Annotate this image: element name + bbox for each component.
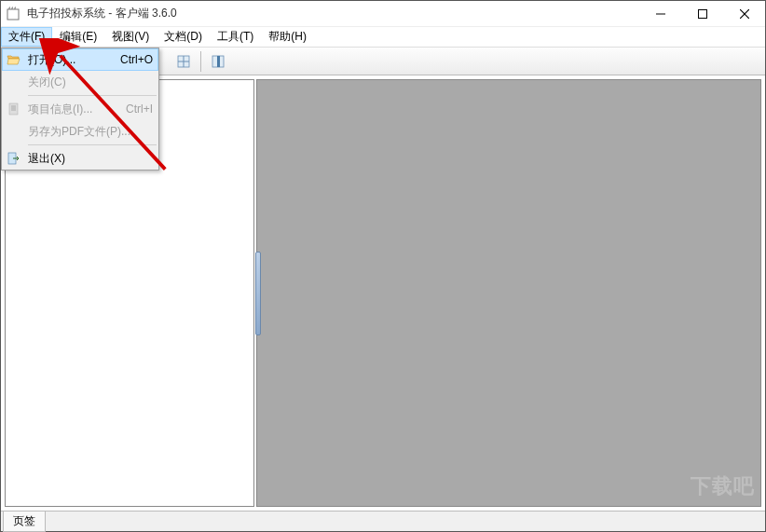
menu-tools-label: 工具(T) [217,29,253,45]
menu-edit-label: 编辑(E) [60,29,97,45]
toolbar-btn-1[interactable] [172,50,195,73]
window-title: 电子招投标系统 - 客户端 3.6.0 [27,6,639,21]
titlebar: 电子招投标系统 - 客户端 3.6.0 [1,1,765,27]
menu-view-label: 视图(V) [112,29,149,45]
menu-separator [28,95,157,96]
svg-rect-14 [217,56,220,67]
minimize-button[interactable] [639,1,681,27]
menu-file[interactable]: 文件(F) 打开(O)... Ctrl+O 关闭(C) [1,27,52,47]
maximize-button[interactable] [681,1,723,27]
toolbar-separator [200,51,201,72]
svg-rect-2 [698,9,706,18]
menu-open-shortcut: Ctrl+O [120,53,153,66]
app-window: 电子招投标系统 - 客户端 3.6.0 文件(F) 打开(O). [0,0,766,532]
status-tab-label: 页签 [13,514,35,527]
menu-close-label: 关闭(C) [28,75,153,90]
file-menu-dropdown: 打开(O)... Ctrl+O 关闭(C) 项目信息(I)... Ctrl+I [1,48,159,171]
menu-document[interactable]: 文档(D) [157,27,210,47]
menu-project-info: 项目信息(I)... Ctrl+I [2,98,158,120]
svg-rect-5 [9,103,18,115]
menu-help[interactable]: 帮助(H) [261,27,314,47]
menu-separator [28,144,157,145]
menu-project-info-shortcut: Ctrl+I [126,102,153,116]
menu-help-label: 帮助(H) [268,29,307,45]
right-pane: 下载吧 [256,79,761,507]
splitter-handle[interactable] [255,252,261,335]
folder-open-icon [6,51,22,68]
menu-exit-label: 退出(X) [28,151,153,167]
app-icon [5,6,21,22]
statusbar: 页签 [1,511,765,531]
menu-document-label: 文档(D) [164,29,202,45]
menu-open-label: 打开(O)... [28,52,120,68]
menubar: 文件(F) 打开(O)... Ctrl+O 关闭(C) [1,27,765,48]
svg-rect-0 [7,9,19,20]
window-controls [639,1,765,27]
document-icon [6,101,22,117]
exit-icon [6,150,22,167]
watermark: 下载吧 [691,472,755,500]
menu-close: 关闭(C) [2,71,158,93]
menu-project-info-label: 项目信息(I)... [28,102,126,117]
blank-icon [6,123,22,140]
menu-view[interactable]: 视图(V) [104,27,157,47]
menu-file-label: 文件(F) [8,29,45,45]
toolbar-btn-2[interactable] [207,50,229,73]
menu-save-pdf-label: 另存为PDF文件(P)... [28,124,153,140]
menu-open[interactable]: 打开(O)... Ctrl+O [2,48,158,71]
status-tab[interactable]: 页签 [3,511,46,532]
menu-tools[interactable]: 工具(T) [210,27,261,47]
blank-icon [6,74,22,90]
menu-exit[interactable]: 退出(X) [2,147,158,170]
menu-save-pdf: 另存为PDF文件(P)... [2,120,158,143]
close-button[interactable] [723,1,765,27]
menu-edit[interactable]: 编辑(E) [52,27,104,47]
